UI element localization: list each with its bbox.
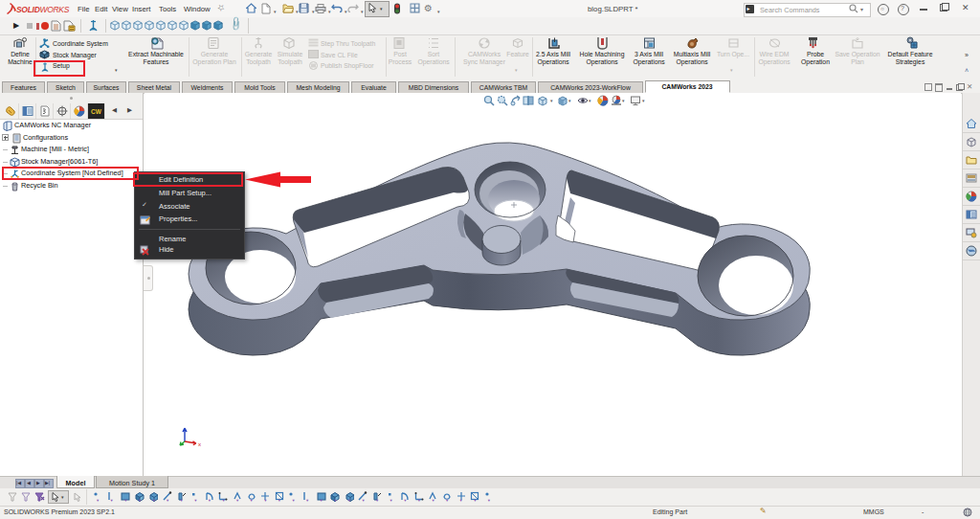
svg-text:x: x: [198, 441, 201, 447]
